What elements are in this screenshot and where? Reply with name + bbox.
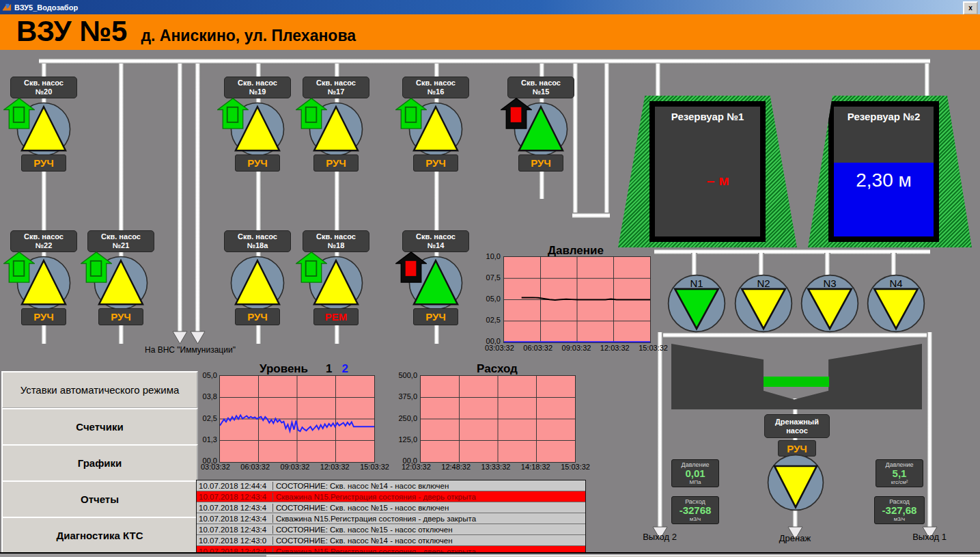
out1-flow-sensor: Расход -327,68 м3/ч	[874, 496, 925, 524]
well-pump-19[interactable]: Скв. насос№19 РУЧ	[220, 77, 295, 172]
pipe	[572, 213, 610, 219]
pump-name-plate: Скв. насос№22	[10, 230, 77, 252]
close-button[interactable]: x	[963, 1, 978, 15]
y-axis-ticks: 10,007,505,002,500,0	[475, 252, 501, 345]
log-row[interactable]: 10.07.2018 12:43:4СОСТОЯНИЕ: Скв. насос …	[197, 524, 585, 535]
sensor-value: 5,1	[876, 468, 923, 479]
pump-name-prefix: Скв. насос	[24, 232, 64, 241]
sensor-unit: м3/ч	[875, 516, 924, 522]
well-pump-21[interactable]: Скв. насос№21 РУЧ	[83, 230, 158, 326]
pipe	[39, 58, 930, 64]
pump-label: N3	[800, 277, 860, 289]
pump-number: №19	[249, 87, 266, 96]
well-pump-18[interactable]: Скв. насос№18 РЕМ	[298, 230, 374, 326]
pump-symbol[interactable]	[229, 255, 285, 311]
well-pump-16[interactable]: Скв. насос№16 РУЧ	[398, 77, 473, 172]
well-pump-22[interactable]: Скв. насос№22 РУЧ	[6, 230, 81, 326]
pump-mode-badge[interactable]: РУЧ	[413, 154, 458, 172]
menu-button-diagnostics[interactable]: Диагностика КТС	[1, 517, 198, 554]
station-pump-n1[interactable]: N1	[667, 273, 727, 334]
flow-plot	[420, 375, 576, 463]
log-row[interactable]: 10.07.2018 12:43:0СОСТОЯНИЕ: Скв. насос …	[197, 535, 585, 546]
pump-name-plate: Скв. насос№14	[402, 230, 469, 252]
pump-number: №18а	[247, 241, 268, 250]
pump-mode-badge[interactable]: РЕМ	[313, 308, 359, 325]
log-message: Скважина N15.Регистрация состояния - две…	[273, 515, 476, 523]
log-row[interactable]: 10.07.2018 12:43:4Скважина N15.Регистрац…	[197, 513, 585, 524]
sensor-unit: МПа	[672, 479, 718, 485]
pipe	[177, 64, 183, 331]
well-pump-15[interactable]: Скв. насос№15 РУЧ	[503, 77, 578, 172]
pump-name-prefix: Скв. насос	[316, 79, 356, 87]
pump-name-prefix: Скв. насос	[101, 232, 141, 241]
pump-number: №18	[328, 241, 345, 250]
pump-number: №15	[533, 87, 550, 96]
pump-name-prefix: Скв. насос	[521, 79, 561, 87]
door-status-icon	[81, 252, 112, 283]
chart-title: Давление	[507, 244, 644, 258]
pump-name-plate: Скв. насос№16	[402, 77, 469, 98]
pipe	[195, 64, 201, 331]
log-time: 10.07.2018 12:43:4	[197, 504, 273, 512]
door-status-icon	[296, 98, 327, 129]
pump-mode-badge[interactable]: РУЧ	[518, 154, 563, 172]
out1-pressure-sensor: Давление 5,1 кгс/см²	[876, 459, 923, 487]
pump-mode-badge[interactable]: РУЧ	[413, 308, 458, 325]
log-time: 10.07.2018 12:44:4	[197, 482, 273, 490]
station-pump-n2[interactable]: N2	[733, 273, 794, 334]
door-status-icon	[395, 98, 427, 129]
sensor-unit: кгс/см²	[876, 479, 923, 485]
log-message: СОСТОЯНИЕ: Скв. насос №15 - насос включе…	[273, 504, 449, 512]
drain-output-label: Дренаж	[764, 533, 826, 543]
menu-button-charts[interactable]: Графики	[1, 444, 198, 482]
station-address: д. Анискино, ул. Плеханова	[141, 27, 356, 45]
event-log: 10.07.2018 12:44:4СОСТОЯНИЕ: Скв. насос …	[196, 480, 586, 557]
door-status-icon	[501, 98, 532, 129]
vns-destination-label: На ВНС "Иммунизации"	[145, 345, 247, 355]
legend-series-2: 2	[342, 362, 348, 375]
log-time: 10.07.2018 12:43:4	[197, 515, 273, 523]
close-icon: x	[968, 5, 972, 12]
station-pump-n4[interactable]: N4	[866, 273, 926, 334]
pressure-plot	[503, 256, 651, 343]
output2-label: Выход 2	[629, 532, 690, 542]
pump-mode-badge[interactable]: РУЧ	[235, 308, 280, 325]
well-pump-14[interactable]: Скв. насос№14 РУЧ	[398, 230, 473, 326]
window-bottom-edge	[0, 552, 980, 557]
pipe	[927, 332, 933, 528]
menu-button-setpoints[interactable]: Уставки автоматического режима	[1, 371, 198, 409]
door-status-icon	[217, 98, 249, 129]
log-message: СОСТОЯНИЕ: Скв. насос №14 - насос включе…	[273, 482, 449, 490]
pump-mode-badge[interactable]: РУЧ	[235, 154, 280, 172]
pump-number: №21	[113, 241, 130, 250]
menu-button-reports[interactable]: Отчеты	[1, 480, 198, 518]
well-pump-18a[interactable]: Скв. насос№18а РУЧ	[220, 230, 295, 326]
log-row[interactable]: 10.07.2018 12:43:4СОСТОЯНИЕ: Скв. насос …	[197, 502, 585, 513]
log-message: СОСТОЯНИЕ: Скв. насос №14 - насос отключ…	[273, 536, 453, 545]
well-pump-17[interactable]: Скв. насос№17 РУЧ	[298, 77, 374, 172]
pump-name-prefix: Скв. насос	[316, 232, 356, 241]
pipe	[657, 332, 663, 528]
pump-mode-badge[interactable]: РУЧ	[313, 154, 359, 172]
log-time: 10.07.2018 12:43:4	[197, 526, 273, 534]
sensor-value: 0,01	[672, 468, 718, 479]
door-status-icon	[3, 98, 35, 129]
log-message: СОСТОЯНИЕ: Скв. насос №15 - насос отключ…	[273, 526, 453, 534]
log-row[interactable]: 10.07.2018 12:44:4СОСТОЯНИЕ: Скв. насос …	[197, 480, 585, 491]
drain-pump[interactable]	[766, 453, 825, 512]
well-pump-20[interactable]: Скв. насос№20 РУЧ	[6, 77, 81, 172]
menu-button-counters[interactable]: Счетчики	[1, 408, 198, 446]
pump-mode-badge[interactable]: РУЧ	[21, 308, 66, 325]
out2-flow-sensor: Расход -32768 м3/ч	[671, 496, 719, 524]
station-pump-n3[interactable]: N3	[800, 273, 860, 334]
reservoir-title: Резервуар №2	[834, 111, 934, 122]
pump-label: N4	[866, 277, 926, 289]
pump-symbol	[766, 453, 825, 512]
log-row[interactable]: 10.07.2018 12:43:4Скважина N15.Регистрац…	[197, 491, 585, 502]
pump-mode-badge[interactable]: РУЧ	[98, 308, 143, 325]
pump-mode-badge[interactable]: РУЧ	[21, 154, 66, 172]
pump-name-plate: Скв. насос№17	[303, 77, 369, 98]
down-arrow-icon	[190, 331, 206, 344]
drain-pump-name-line2: насос	[786, 426, 808, 435]
pump-name-prefix: Скв. насос	[416, 232, 456, 241]
